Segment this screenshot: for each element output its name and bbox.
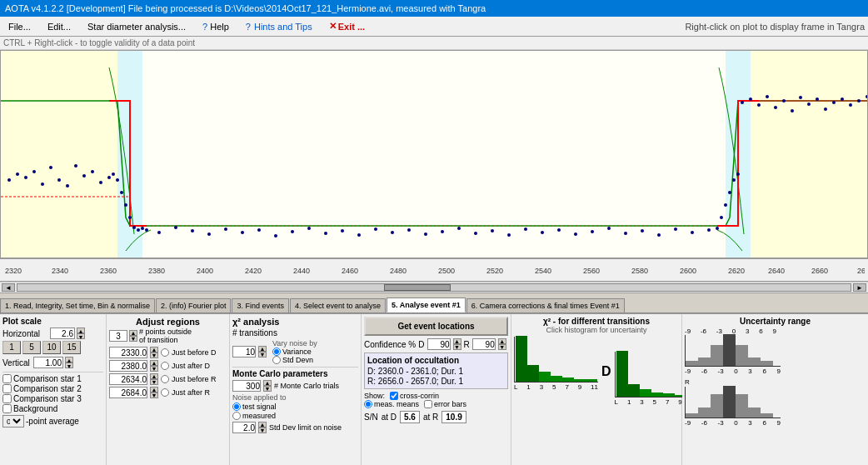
before-r-down[interactable]: ▼ [150, 379, 158, 385]
points-up[interactable]: ▲ [129, 330, 137, 336]
before-r-input[interactable] [109, 373, 147, 385]
get-event-btn[interactable]: Get event locations [364, 317, 508, 336]
svg-point-4 [16, 172, 19, 176]
after-r-up[interactable]: ▲ [150, 387, 158, 392]
d-bar-6 [586, 379, 597, 382]
cross-corrin-check[interactable] [390, 392, 398, 400]
tab-1[interactable]: 1. Read, Integrity, Set time, Bin & norm… [0, 298, 155, 312]
d-confidence-input[interactable] [427, 338, 451, 350]
comp-star-2-check[interactable] [2, 384, 12, 393]
svg-text:2380: 2380 [148, 267, 165, 275]
help-menu[interactable]: ? Help [197, 20, 234, 33]
svg-point-59 [716, 227, 719, 230]
mc-trials-down[interactable]: ▼ [263, 386, 272, 392]
svg-point-51 [591, 230, 594, 233]
comp-star-3-check[interactable] [2, 394, 12, 403]
comp-star-3-row: Comparison star 3 [2, 394, 103, 403]
scroll-right-btn[interactable]: ► [853, 283, 866, 292]
comp-star-1-check[interactable] [2, 374, 12, 383]
just-before-d-radio[interactable] [161, 348, 169, 357]
hints-tips-menu[interactable]: ? Hints and Tips [241, 20, 317, 33]
std-dev-limit-input[interactable] [232, 422, 256, 433]
scroll-left-btn[interactable]: ◄ [2, 283, 15, 292]
svg-point-77 [841, 98, 844, 101]
error-bars-check[interactable] [424, 400, 432, 408]
transitions-input[interactable] [232, 346, 256, 358]
svg-point-73 [807, 102, 811, 106]
points-spinbox[interactable] [109, 330, 127, 342]
before-d-down[interactable]: ▼ [150, 352, 158, 358]
meas-means-radio[interactable] [364, 400, 372, 408]
points-down[interactable]: ▼ [129, 336, 137, 342]
just-after-d-label: Just after D [172, 362, 210, 370]
stddev-label: Std Devn [282, 356, 313, 364]
scroll-track[interactable] [17, 283, 851, 292]
tab-2[interactable]: 2. (info) Fourier plot [156, 298, 232, 312]
svg-point-50 [574, 232, 577, 236]
horizontal-up[interactable]: ▲ [77, 328, 85, 333]
mc-trials-input[interactable] [232, 380, 261, 392]
scale-btn-1[interactable]: 1 [2, 341, 21, 354]
d-histogram-bars[interactable] [514, 337, 598, 382]
after-d-up[interactable]: ▲ [150, 360, 158, 366]
before-d-input[interactable] [109, 347, 147, 358]
stddev-option: Std Devn [272, 356, 317, 364]
mc-trials-up[interactable]: ▲ [263, 380, 272, 386]
horizontal-input[interactable] [50, 328, 75, 339]
before-d-up[interactable]: ▲ [150, 347, 158, 352]
just-after-r-radio[interactable] [161, 388, 169, 397]
vertical-down[interactable]: ▼ [65, 362, 73, 368]
transitions-down[interactable]: ▼ [258, 352, 267, 358]
tab-3[interactable]: 3. Find events [232, 298, 289, 312]
star-diameter-menu[interactable]: Star diameter analysis... [82, 20, 191, 33]
svg-point-63 [732, 178, 736, 182]
measured-radio[interactable] [232, 412, 241, 420]
background-check[interactable] [2, 404, 12, 413]
scale-btn-15[interactable]: 15 [62, 341, 81, 354]
d-location: D: 2360.0 - 2361.0; Dur. 1 [367, 367, 505, 376]
comp-star-2-label: Comparison star 2 [13, 384, 82, 393]
just-before-r-radio[interactable] [161, 375, 169, 383]
scale-btn-10[interactable]: 10 [42, 341, 61, 354]
vertical-up[interactable]: ▲ [65, 357, 73, 362]
r-conf-down[interactable]: ▼ [498, 344, 506, 350]
r-conf-up[interactable]: ▲ [498, 338, 506, 344]
scale-btn-5[interactable]: 5 [22, 341, 41, 354]
vertical-input[interactable] [33, 357, 63, 368]
after-r-down[interactable]: ▼ [150, 392, 158, 398]
exit-button[interactable]: ✕ Exit ... [324, 19, 370, 33]
tab-5[interactable]: 5. Analyse event #1 [387, 298, 466, 312]
edit-menu[interactable]: Edit... [42, 20, 76, 33]
scroll-area[interactable]: ◄ ► [0, 282, 868, 293]
std-dev-down[interactable]: ▼ [258, 428, 267, 433]
std-dev-up[interactable]: ▲ [258, 422, 267, 428]
transitions-up[interactable]: ▲ [258, 346, 267, 352]
svg-point-32 [274, 234, 277, 238]
file-menu[interactable]: File... [3, 20, 36, 33]
d-conf-down[interactable]: ▼ [453, 344, 461, 350]
point-average-row: 0123 -point average [2, 415, 103, 428]
d-histogram[interactable]: L1357911 [514, 337, 598, 406]
after-r-input[interactable] [109, 387, 147, 398]
svg-point-72 [799, 96, 802, 99]
test-signal-radio[interactable] [232, 402, 241, 411]
tab-4[interactable]: 4. Select event to analyse [290, 298, 386, 312]
after-d-input[interactable] [109, 360, 147, 372]
point-average-label: -point average [26, 417, 79, 426]
after-d-down[interactable]: ▼ [150, 366, 158, 372]
tab-6[interactable]: 6. Camera corrections & final times Even… [466, 298, 625, 312]
horizontal-down[interactable]: ▼ [77, 333, 85, 339]
just-after-d-radio[interactable] [161, 362, 169, 370]
before-r-up[interactable]: ▲ [150, 373, 158, 379]
d-conf-up[interactable]: ▲ [453, 338, 461, 344]
d-bar-0 [516, 336, 527, 382]
get-event-panel: Get event locations Confidence % D ▲ ▼ R… [362, 314, 511, 465]
horizontal-row: Horizontal ▲ ▼ [2, 328, 103, 339]
scroll-thumb[interactable] [384, 284, 451, 291]
stddev-radio[interactable] [272, 356, 281, 364]
svg-point-25 [157, 231, 161, 234]
r-confidence-input[interactable] [472, 338, 496, 350]
variance-radio[interactable] [272, 348, 281, 356]
point-average-select[interactable]: 0123 [2, 415, 24, 428]
svg-point-67 [757, 103, 761, 107]
